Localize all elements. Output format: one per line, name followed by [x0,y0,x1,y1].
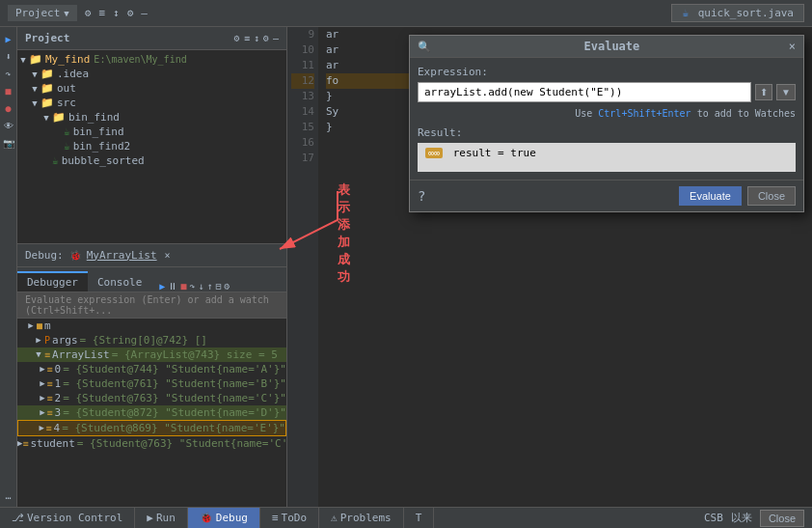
panel-sort-icon[interactable]: ↕ [254,33,259,43]
var-args[interactable]: ▶ P args = {String[0]@742} [] [17,333,286,347]
eval-dropdown-button[interactable]: ▼ [776,84,796,100]
run-label: Run [156,512,176,524]
debug-btn-pause[interactable]: ⏸ [168,281,177,292]
debug-btn-step-over[interactable]: ↷ [189,281,195,292]
tree-label-my-find: My_find [45,53,90,66]
action-more-btn[interactable]: … [1,487,16,503]
var-arraylist[interactable]: ▼ ≡ ArrayList = {ArrayList@743} size = 5 [17,347,286,362]
tree-item-my-find[interactable]: ▼ 📁 My_find E:\maven\My_find [17,52,286,67]
sort-icon[interactable]: ↕ [113,7,120,19]
tree-item-src[interactable]: ▼ 📁 src [17,96,286,110]
eval-close-button[interactable]: Close [747,186,796,206]
tree-item-idea[interactable]: ▼ 📁 .idea [17,67,286,81]
tree-label-out: out [57,82,76,95]
tree-item-bin-find-folder[interactable]: ▼ 📁 bin_find [17,110,286,125]
eval-result-label: Result: [418,126,796,139]
debug-btn-settings[interactable]: ⚙ [225,281,230,292]
status-tab-debug[interactable]: 🐞 Debug [188,508,260,528]
debug-btn-frames[interactable]: ⊟ [216,281,222,292]
eval-expand-button[interactable]: ⬆ [755,84,772,100]
project-panel-header: Project ⚙ ≡ ↕ ⚙ — [17,27,286,50]
evaluate-dialog: 🔍 Evaluate × Expression: ⬆ ▼ Use Ctrl+Sh… [409,35,804,212]
status-tab-todo[interactable]: ≡ ToDo [260,508,319,528]
action-photo-btn[interactable]: 📷 [1,135,16,151]
panel-title: Project [25,32,69,44]
var-icon-args: P [44,335,50,346]
console-tab-label: Console [97,276,142,289]
run-icon: ▶ [147,512,153,524]
eval-title: Evaluate [583,40,639,53]
action-step-over-btn[interactable]: ↷ [1,66,16,81]
debug-btn-step-into[interactable]: ↓ [198,281,203,292]
status-tab-version-control[interactable]: ⎇ Version Control [0,508,135,528]
tree-arrow: ▼ [29,69,41,79]
var-student[interactable]: ▶ ≡ student = {Student@763} "Student{nam… [17,436,286,451]
minimize-icon[interactable]: — [141,7,148,19]
eval-close-icon[interactable]: × [789,40,796,53]
var-icon-3: ≡ [47,407,53,418]
file-tab[interactable]: ☕ quick_sort.java [671,4,804,22]
tree-item-bin-find[interactable]: ☕ bin_find [17,125,286,139]
status-tab-run[interactable]: ▶ Run [135,508,188,528]
action-breakpoint-btn[interactable]: ● [1,100,16,116]
var-m[interactable]: ▶ ■ m [17,319,286,333]
panel-list-icon[interactable]: ≡ [244,33,250,43]
top-bar: Project ▼ ⚙ ≡ ↕ ⚙ — ☕ quick_sort.java [0,0,812,27]
file-tab-label: quick_sort.java [698,7,794,19]
eval-evaluate-button[interactable]: Evaluate [679,186,742,206]
eval-expression-label: Expression: [418,66,796,78]
var-4[interactable]: ▶ ≡ 4 = {Student@869} "Student{name='E'}… [17,420,286,436]
var-2[interactable]: ▶ ≡ 2 = {Student@763} "Student{name='C'}… [17,391,286,405]
var-arrow: ▶ [38,407,46,417]
action-stop-btn[interactable]: ■ [1,83,16,98]
panel-minus-icon[interactable]: — [273,33,279,43]
project-dropdown[interactable]: Project ▼ [8,5,77,21]
debug-btn-step-out[interactable]: ↑ [206,281,212,292]
folder-icon: 📁 [29,53,42,66]
tree-label-idea: .idea [57,68,89,80]
eval-expression-input[interactable] [418,82,751,102]
action-step-btn[interactable]: ⬇ [1,48,16,64]
list-icon[interactable]: ≡ [98,7,105,19]
debug-session-label[interactable]: MyArrayList [87,249,157,262]
eval-titlebar: 🔍 Evaluate × [410,36,803,58]
debug-session-close[interactable]: × [165,250,171,261]
version-control-label: Version Control [27,512,122,524]
tree-arrow: ▼ [17,55,29,65]
eval-dialog-icon: 🔍 [418,41,431,53]
var-3[interactable]: ▶ ≡ 3 = {Student@872} "Student{name='D'}… [17,405,286,420]
debug-btn-resume[interactable]: ▶ [159,281,165,292]
tree-arrow: ▼ [41,113,52,123]
status-tab-terminal[interactable]: T [404,508,435,528]
eval-help-icon[interactable]: ? [418,188,425,204]
eval-footer-buttons: Evaluate Close [679,186,796,206]
var-arrow: ▶ [38,364,46,374]
var-arrow: ▶ [33,335,44,345]
var-1[interactable]: ▶ ≡ 1 = {Student@761} "Student{name='B'}… [17,376,286,391]
folder-icon: 📁 [41,68,54,80]
status-close-button[interactable]: Close [760,510,804,527]
var-arrow: ▶ [38,378,46,388]
tree-label-bubble-sorted: bubble_sorted [62,154,145,167]
action-debug-btn[interactable]: ▶ [1,31,16,46]
src-folder-icon: 📁 [41,97,54,109]
action-watch-btn[interactable]: 👁 [1,118,16,133]
var-0[interactable]: ▶ ≡ 0 = {Student@744} "Student{name='A'}… [17,362,286,376]
gear-icon-1[interactable]: ⚙ [85,7,92,19]
tree-item-out[interactable]: ▼ 📁 out [17,81,286,96]
status-tab-problems[interactable]: ⚠ Problems [319,508,404,528]
tree-item-bin-find2[interactable]: ☕ bin_find2 [17,139,286,153]
panel-settings-icon[interactable]: ⚙ [263,33,269,43]
version-control-icon: ⎇ [12,512,24,524]
eval-hint-shortcut: Ctrl+Shift+Enter [598,108,690,119]
eval-result-tag: ∞∞ [425,148,443,158]
terminal-label: T [416,512,422,524]
status-bar: ⎇ Version Control ▶ Run 🐞 Debug ≡ ToDo ⚠… [0,507,812,528]
debug-btn-stop[interactable]: ■ [180,281,186,292]
settings-icon[interactable]: ⚙ [127,7,134,19]
debug-watch-bar[interactable]: Evaluate expression (Enter) or add a wat… [17,292,286,319]
tab-console[interactable]: Console [88,273,151,292]
tab-debugger[interactable]: Debugger [17,271,88,292]
tree-item-bubble-sorted[interactable]: ☕ bubble_sorted [17,153,286,168]
panel-gear-icon[interactable]: ⚙ [234,33,240,43]
